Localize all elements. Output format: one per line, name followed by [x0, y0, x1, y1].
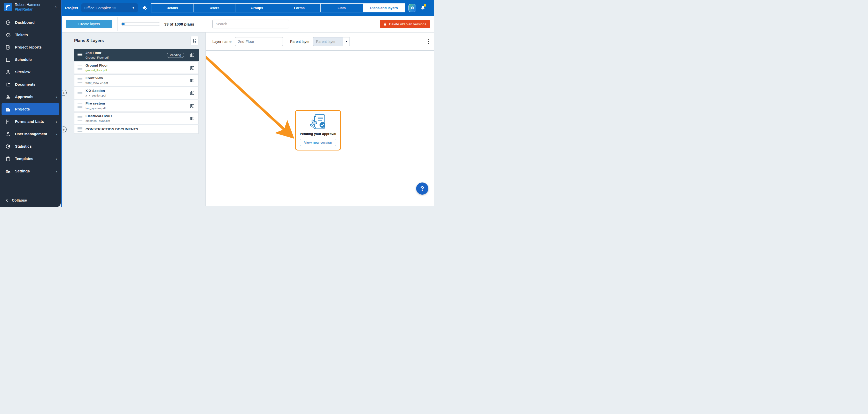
accent-divider [61, 0, 62, 207]
map-icon[interactable] [190, 53, 196, 58]
folder-icon [5, 81, 11, 87]
top-bar: Project Office Complex 12 ▼ Details User… [61, 0, 434, 16]
workspace: Plans & Layers AZ + + 2nd Floor Ground_F… [61, 33, 434, 207]
plan-row-ground-floor[interactable]: Ground Floor ground_floor.pdf [74, 62, 199, 74]
parent-layer-select[interactable]: Parent layer ▼ [313, 37, 350, 46]
plans-count-label: 33 of 1000 plans [164, 22, 194, 26]
person-icon [5, 131, 11, 137]
sidebar-item-templates[interactable]: Templates › [0, 152, 61, 165]
project-select[interactable]: Office Complex 12 ▼ [82, 3, 138, 12]
plan-row-2nd-floor[interactable]: 2nd Floor Ground_Floor.pdf Pending [74, 49, 199, 61]
drag-handle-icon[interactable] [78, 53, 83, 58]
drag-handle-icon[interactable] [78, 127, 83, 132]
plan-title: Fire system [86, 101, 187, 106]
view-new-version-button[interactable]: View new version [300, 139, 336, 146]
sidebar-nav: Dashboard Tickets Project reports Schedu… [0, 14, 61, 194]
map-icon[interactable] [190, 91, 196, 96]
app-window: Robert Hammer PlanRadar › Dashboard Tick… [0, 0, 434, 207]
chevron-right-icon: › [56, 95, 57, 99]
plan-row-electrical-hvac[interactable]: Electrical-HVAC electrical_hvac.pdf [74, 112, 199, 125]
drag-handle-icon[interactable] [78, 116, 83, 121]
project-tags-icon[interactable] [142, 5, 148, 11]
sidebar-item-label: Templates [15, 157, 52, 161]
plan-rows: + + 2nd Floor Ground_Floor.pdf Pending [67, 49, 199, 134]
plans-toolbar: Create layers 33 of 1000 plans Delete ol… [61, 16, 434, 33]
plan-row-x-x-section[interactable]: X-X Section x_x_section.pdf [74, 87, 199, 99]
sidebar-item-label: Tickets [15, 33, 57, 37]
plan-filename: electrical_hvac.pdf [86, 119, 187, 123]
plan-filename: ground_floor.pdf [86, 69, 187, 72]
sidebar-item-forms-and-lists[interactable]: Forms and Lists › [0, 115, 61, 128]
search-input[interactable] [212, 20, 289, 28]
plans-usage-progressbar [121, 22, 160, 26]
sidebar-item-project-reports[interactable]: Project reports [0, 41, 61, 54]
plan-row-fire-system[interactable]: Fire system fire_system.pdf [74, 100, 199, 112]
plan-title: Electrical-HVAC [86, 114, 187, 118]
brand-name: PlanRadar [15, 7, 53, 12]
tab-users[interactable]: Users [193, 4, 236, 12]
notifications-bell-icon[interactable] [420, 5, 426, 10]
project-tabs: Details Users Groups Forms Lists Plans a… [151, 3, 405, 12]
create-layers-button[interactable]: Create layers [66, 20, 113, 28]
user-menu[interactable]: Robert Hammer PlanRadar › [0, 0, 61, 14]
drag-handle-icon[interactable] [78, 66, 83, 70]
tab-details[interactable]: Details [151, 4, 193, 12]
layer-details-body: Pending your approval View new version [206, 50, 434, 206]
map-icon[interactable] [190, 65, 196, 70]
chevron-down-icon: ▼ [343, 37, 349, 46]
sidebar-item-statistics[interactable]: Statistics [0, 140, 61, 152]
tab-groups[interactable]: Groups [236, 4, 278, 12]
more-options-kebab-icon[interactable] [428, 39, 429, 44]
map-icon[interactable] [190, 78, 196, 83]
tab-plans-and-layers[interactable]: Plans and layers [363, 4, 405, 12]
report-pencil-icon [5, 44, 11, 50]
chevron-right-icon: › [56, 119, 57, 124]
plan-title: X-X Section [86, 89, 187, 93]
marketplace-icon[interactable] [408, 4, 416, 12]
chevron-right-icon: › [55, 4, 58, 10]
help-button[interactable]: ? [416, 182, 428, 195]
sort-az-icon[interactable]: AZ [190, 36, 199, 45]
drag-handle-icon[interactable] [78, 78, 83, 83]
pending-approval-card: Pending your approval View new version [295, 110, 341, 150]
sidebar-item-projects[interactable]: Projects [2, 103, 59, 115]
sidebar-item-user-management[interactable]: User Management › [0, 128, 61, 140]
planradar-logo-icon [4, 3, 12, 11]
sidebar-item-dashboard[interactable]: Dashboard [0, 16, 61, 29]
tab-lists[interactable]: Lists [320, 4, 363, 12]
map-icon[interactable] [190, 116, 196, 121]
project-select-value: Office Complex 12 [85, 6, 132, 10]
parent-layer-select-value: Parent layer [313, 39, 343, 44]
trash-icon [383, 22, 387, 26]
collapse-sidebar-button[interactable]: Collapse [0, 194, 61, 207]
sidebar-item-settings[interactable]: ⚙⚙ Settings › [0, 165, 61, 177]
delete-old-plan-versions-button[interactable]: Delete old plan versions [380, 20, 430, 28]
drag-handle-icon[interactable] [78, 91, 83, 96]
sidebar-item-schedule[interactable]: Schedule [0, 54, 61, 66]
sidebar-item-approvals[interactable]: Approvals › [0, 91, 61, 103]
project-label: Project [65, 6, 78, 10]
gears-icon: ⚙⚙ [5, 168, 11, 174]
sidebar-item-label: Forms and Lists [15, 119, 52, 124]
sidebar-item-label: Dashboard [15, 21, 57, 25]
chevron-down-icon: ▼ [132, 6, 134, 9]
map-icon[interactable] [190, 103, 196, 108]
sidebar-item-label: Projects [15, 107, 57, 111]
clipboard-icon [5, 156, 11, 162]
chevron-left-icon [5, 199, 9, 202]
sidebar-item-documents[interactable]: Documents [0, 78, 61, 91]
plan-group-construction-documents[interactable]: CONSTRUCTION DOCUMENTS [74, 125, 199, 134]
plan-filename: x_x_section.pdf [86, 94, 187, 98]
plans-layers-title: Plans & Layers [67, 38, 104, 43]
chevron-right-icon: › [56, 132, 57, 136]
drag-handle-icon[interactable] [78, 104, 83, 108]
sidebar-item-label: Project reports [15, 45, 57, 49]
sidebar-item-tickets[interactable]: Tickets [0, 29, 61, 41]
plan-row-front-view[interactable]: Front view front_view v2.pdf [74, 74, 199, 87]
svg-text:A: A [195, 39, 196, 40]
tab-forms[interactable]: Forms [278, 4, 320, 12]
sidebar-item-siteview[interactable]: SiteView [0, 66, 61, 78]
layer-name-input[interactable] [235, 37, 283, 46]
sidebar-item-label: Approvals [15, 95, 52, 99]
pending-status-badge: Pending [167, 53, 184, 58]
